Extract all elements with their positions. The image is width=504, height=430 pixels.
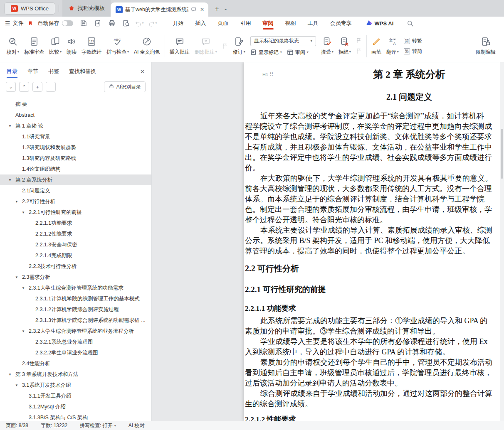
toc-item[interactable]: ▼ Abstract bbox=[0, 110, 151, 120]
prev-comment-flag-icon[interactable] bbox=[222, 43, 228, 49]
toc-expand-icon[interactable]: ▼ bbox=[8, 124, 15, 128]
toc-item[interactable]: ▼ 第 2 章系统分析 bbox=[0, 174, 151, 185]
scrollbar-thumb[interactable] bbox=[501, 129, 503, 179]
ribbon-tab[interactable]: 工具 bbox=[308, 17, 319, 30]
toc-item[interactable]: ▼ 摘 要 bbox=[0, 99, 151, 110]
ai-polish-button[interactable]: AI 全文润色 bbox=[131, 35, 163, 57]
toc-item[interactable]: ▼ 2.3.2大学生综合测评管理系统的业务流程分析 bbox=[0, 326, 151, 337]
red-bookmark-icon[interactable] bbox=[28, 20, 33, 26]
translate-button[interactable]: 文A 翻译▾ bbox=[384, 35, 401, 57]
word-count-button[interactable]: 123 字数统计 bbox=[79, 35, 104, 57]
track-changes-button[interactable]: 修订▾ bbox=[230, 35, 248, 57]
save-icon[interactable] bbox=[79, 19, 88, 28]
toc-expand-icon[interactable]: ▼ bbox=[15, 275, 22, 279]
toc-item[interactable]: ▼ 2.3.1大学生综合测评管理系统的功能需求 bbox=[0, 283, 151, 293]
toc-expand-icon[interactable]: ▼ bbox=[22, 286, 29, 290]
markup-state-select[interactable]: 显示标记的最终状态▾ bbox=[250, 36, 316, 46]
standard-review-button[interactable]: 标准审查 bbox=[22, 35, 47, 57]
ribbon-tab[interactable]: 视图 bbox=[285, 17, 296, 30]
ribbon-tab[interactable]: 插入 bbox=[195, 17, 206, 30]
delete-comment-button[interactable]: 删除批注▾ bbox=[192, 35, 220, 57]
sidebar-tab[interactable]: 书签 bbox=[48, 62, 59, 81]
document-tab[interactable]: W 基于web的大学生综测系统设 ✕ bbox=[111, 2, 208, 17]
reject-button[interactable]: 拒绝▾ bbox=[336, 35, 353, 57]
toc-item[interactable]: ▼ 2.2.1.1功能要求 bbox=[0, 218, 151, 229]
new-tab-button[interactable]: ＋ bbox=[213, 4, 220, 13]
undo-caret-icon[interactable]: ▾ bbox=[142, 22, 144, 25]
toc-item[interactable]: ▼ 2.1问题定义 bbox=[0, 185, 151, 196]
file-menu[interactable]: ☰ 文件 bbox=[5, 20, 24, 27]
toc-item[interactable]: ▼ 2.4性能分析 bbox=[0, 358, 151, 369]
toc-item[interactable]: ▼ 第 3 章系统开发技术和方法 bbox=[0, 369, 151, 380]
compare-button[interactable]: 比较▾ bbox=[47, 35, 64, 57]
print-preview-icon[interactable] bbox=[121, 19, 131, 28]
sidebar-close-icon[interactable]: ✕ bbox=[140, 69, 145, 75]
sidebar-tab[interactable]: 目录 bbox=[7, 62, 17, 81]
restrict-editing-button[interactable]: 限制编辑 bbox=[473, 35, 498, 57]
expand-level-button[interactable]: ＋ bbox=[32, 82, 42, 92]
ribbon-tab[interactable]: 会员专享 bbox=[330, 17, 352, 30]
toc-expand-icon[interactable]: ▼ bbox=[22, 211, 29, 214]
search-icon[interactable] bbox=[407, 20, 414, 27]
toc-item[interactable]: ▼ 3.1.2Mysql 介绍 bbox=[0, 401, 151, 412]
toc-expand-icon[interactable]: ▼ bbox=[15, 383, 22, 387]
next-change-flag-icon[interactable] bbox=[356, 48, 362, 54]
toc-item[interactable]: ▼ 2.3.2.1系统总业务流程图 bbox=[0, 337, 151, 347]
to-traditional-button[interactable]: 简 转繁 bbox=[404, 37, 422, 44]
vertical-scrollbar[interactable] bbox=[500, 62, 504, 421]
ai-toc-button[interactable]: AI识别目录 bbox=[104, 81, 146, 92]
document-canvas[interactable]: H1 ⠿ 第 2 章 系统分析 2.1 问题定义近年来各大高校的奖学金评定更加趋… bbox=[152, 62, 504, 421]
toc-item[interactable]: ▼ 2.2.1.4完成期限 bbox=[0, 250, 151, 261]
ribbon-tab[interactable]: 页面 bbox=[218, 17, 229, 30]
toc-item[interactable]: ▼ 2.3.2.2学生申请业务流程图 bbox=[0, 347, 151, 358]
insert-comment-button[interactable]: 插入批注 bbox=[167, 35, 192, 57]
toc-item[interactable]: ▼ 3.1系统开发技术介绍 bbox=[0, 380, 151, 391]
undo-button[interactable]: ▾ bbox=[135, 20, 144, 27]
toc-item[interactable]: ▼ 3.1.1开发工具介绍 bbox=[0, 391, 151, 401]
chat-icon[interactable] bbox=[191, 7, 197, 12]
tab-list-caret-icon[interactable]: ⌄ bbox=[224, 6, 227, 11]
sidebar-tab[interactable]: 章节 bbox=[27, 62, 38, 81]
docer-tab[interactable]: 找稻壳模板 bbox=[62, 0, 111, 17]
ai-proofread-button[interactable]: AI 校对 bbox=[128, 422, 145, 429]
sidebar-tab[interactable]: 查找和替换 bbox=[69, 62, 96, 81]
proofread-button[interactable]: 校对▾ bbox=[4, 35, 22, 57]
collapse-level-button[interactable]: － bbox=[46, 82, 56, 92]
print-icon[interactable] bbox=[107, 19, 116, 28]
toc-item[interactable]: ▼ 2.3需求分析 bbox=[0, 272, 151, 283]
accept-button[interactable]: 接受▾ bbox=[319, 35, 336, 57]
read-aloud-button[interactable]: 朗读 bbox=[64, 35, 79, 57]
toc-expand-icon[interactable]: ▼ bbox=[8, 178, 15, 182]
ribbon-tab[interactable]: 引用 bbox=[240, 17, 251, 30]
redo-button[interactable]: ▾ bbox=[148, 20, 157, 27]
page-indicator[interactable]: 页面: 8/38 bbox=[6, 422, 28, 429]
toc-item[interactable]: ▼ 1.3研究内容及研究路线 bbox=[0, 153, 151, 164]
toc-item[interactable]: ▼ 2.3.1.3计算机学院综合测评系统的功能需求描 ... bbox=[0, 315, 151, 326]
toc-expand-icon[interactable]: ▼ bbox=[22, 329, 29, 333]
toc-item[interactable]: ▼ 2.2.2技术可行性分析 bbox=[0, 261, 151, 272]
toc-item[interactable]: ▼ 3.1.3B/S 架构与 C/S 架构 bbox=[0, 412, 151, 421]
expand-all-button[interactable]: ⌃ bbox=[19, 82, 29, 92]
autosave-toggle[interactable]: 自动保存 bbox=[38, 20, 73, 27]
toc-item[interactable]: ▼ 1.1研究背景 bbox=[0, 131, 151, 142]
wps-ai-button[interactable]: WPS AI bbox=[366, 20, 394, 27]
export-icon[interactable] bbox=[93, 19, 102, 28]
toc-item[interactable]: ▼ 2.3.1.1计算机学院的综测管理工作的基本模式 bbox=[0, 293, 151, 304]
redo-caret-icon[interactable]: ▾ bbox=[156, 22, 157, 25]
toc-item[interactable]: ▼ 2.2.1可行性研究的前提 bbox=[0, 207, 151, 218]
home-tab[interactable]: W WPS Office bbox=[4, 2, 55, 15]
tab-close-icon[interactable]: ✕ bbox=[200, 7, 204, 12]
spell-check-button[interactable]: ABC 拼写检查▾ bbox=[104, 35, 131, 57]
ribbon-tab[interactable]: 开始 bbox=[173, 17, 184, 30]
ribbon-tab[interactable]: 审阅 bbox=[263, 17, 274, 30]
word-count-indicator[interactable]: 字数: 13232 bbox=[41, 422, 67, 429]
prev-change-flag-icon[interactable] bbox=[356, 37, 362, 44]
toc-item[interactable]: ▼ 2.2.1.2性能要求 bbox=[0, 229, 151, 239]
toc-item[interactable]: ▼ 2.2可行性分析 bbox=[0, 196, 151, 207]
document-page[interactable]: H1 ⠿ 第 2 章 系统分析 2.1 问题定义近年来各大高校的奖学金评定更加趋… bbox=[244, 62, 504, 421]
toc-expand-icon[interactable]: ▼ bbox=[15, 200, 22, 204]
spellcheck-status[interactable]: 拼写检查: 打开 ▾ bbox=[80, 422, 116, 429]
toc-item[interactable]: ▼ 2.3.1.2计算机学院综合测评实施过程 bbox=[0, 304, 151, 315]
review-pane-button[interactable]: 审阅▾ bbox=[287, 49, 309, 56]
toc-item[interactable]: ▼ 第 1 章绪 论 bbox=[0, 120, 151, 131]
